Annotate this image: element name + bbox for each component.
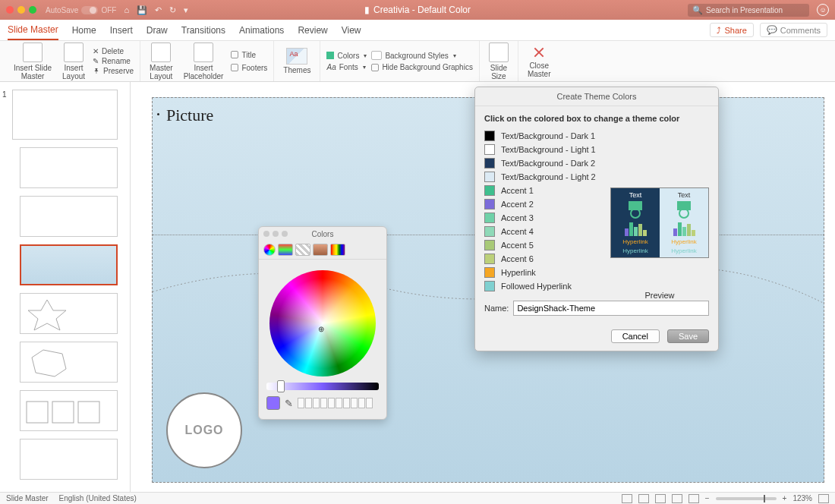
zoom-out-icon[interactable]: − xyxy=(705,494,710,502)
tab-animations[interactable]: Animations xyxy=(239,25,284,36)
master-layout-button[interactable]: Master Layout xyxy=(147,41,176,82)
layout-thumbnail[interactable] xyxy=(20,147,118,188)
sliders-tab-icon[interactable] xyxy=(278,244,293,256)
color-swatch[interactable] xyxy=(484,144,495,155)
logo-placeholder[interactable]: LOGO xyxy=(166,392,242,468)
color-swatch[interactable] xyxy=(484,213,495,223)
search-presentation[interactable]: 🔍 xyxy=(688,4,809,17)
layout-thumbnail[interactable] xyxy=(20,342,118,383)
qat-more-icon[interactable]: ▾ xyxy=(184,5,188,15)
colors-dropdown[interactable]: Colors xyxy=(326,52,367,60)
cp-close-icon[interactable] xyxy=(263,231,269,237)
color-swatch[interactable] xyxy=(484,158,495,169)
insert-placeholder-button[interactable]: Insert Placeholder xyxy=(181,41,227,82)
save-icon[interactable]: 💾 xyxy=(137,5,147,15)
themes-button[interactable]: Themes xyxy=(280,46,314,76)
palette-tab-icon[interactable] xyxy=(295,244,310,256)
zoom-level[interactable]: 123% xyxy=(792,494,812,502)
fonts-dropdown[interactable]: AaFonts xyxy=(326,63,367,71)
color-swatch[interactable] xyxy=(484,185,495,196)
footers-checkbox[interactable]: Footers xyxy=(231,64,267,72)
color-swatch[interactable] xyxy=(484,240,495,250)
delete-button[interactable]: ✕Delete xyxy=(93,47,134,55)
autosave-toggle[interactable]: AutoSave OFF xyxy=(46,6,116,14)
comment-icon: 💬 xyxy=(767,25,777,35)
color-swatch[interactable] xyxy=(484,267,495,278)
normal-view-icon[interactable] xyxy=(638,494,649,503)
tab-draw[interactable]: Draw xyxy=(147,25,168,36)
tab-home[interactable]: Home xyxy=(72,25,96,36)
master-layout-icon xyxy=(151,43,171,62)
notes-icon[interactable] xyxy=(622,494,632,503)
search-input[interactable] xyxy=(706,6,805,14)
zoom-in-icon[interactable]: + xyxy=(783,494,787,502)
color-swatch[interactable] xyxy=(484,172,495,182)
fit-window-icon[interactable] xyxy=(818,494,829,503)
close-window-icon[interactable] xyxy=(6,6,14,14)
image-tab-icon[interactable] xyxy=(313,244,328,256)
status-language[interactable]: English (United States) xyxy=(59,494,137,502)
preview-hyperlink: Hyperlink xyxy=(671,238,696,245)
layout-thumbnail[interactable] xyxy=(20,293,118,334)
theme-color-row[interactable]: Text/Background - Dark 1 xyxy=(484,131,709,141)
color-swatch[interactable] xyxy=(484,254,495,264)
redo-icon[interactable]: ↻ xyxy=(169,5,176,15)
tab-slide-master[interactable]: Slide Master xyxy=(8,24,58,40)
color-swatch[interactable] xyxy=(484,199,495,209)
insert-layout-button[interactable]: Insert Layout xyxy=(59,41,88,82)
theme-color-row[interactable]: Text/Background - Dark 2 xyxy=(484,158,709,169)
wheel-tab-icon[interactable] xyxy=(263,244,276,256)
layout-thumbnail[interactable] xyxy=(20,390,118,431)
preserve-button[interactable]: 🖈Preserve xyxy=(93,67,134,75)
layout-thumbnail-selected[interactable] xyxy=(20,244,118,285)
theme-color-row[interactable]: Followed Hyperlink xyxy=(484,281,709,291)
save-button[interactable]: Save xyxy=(667,329,709,343)
color-wheel[interactable] xyxy=(269,270,376,376)
tab-transitions[interactable]: Transitions xyxy=(181,25,225,36)
zoom-slider[interactable] xyxy=(716,497,777,500)
theme-color-row[interactable]: Hyperlink xyxy=(484,267,709,278)
user-account-icon[interactable]: ☺ xyxy=(817,4,829,16)
color-swatch[interactable] xyxy=(484,226,495,237)
tab-insert[interactable]: Insert xyxy=(110,25,133,36)
tab-view[interactable]: View xyxy=(342,25,361,36)
tab-review[interactable]: Review xyxy=(298,25,327,36)
theme-color-row[interactable]: Text/Background - Light 1 xyxy=(484,144,709,155)
color-label: Accent 5 xyxy=(501,241,534,250)
hide-background-checkbox[interactable]: Hide Background Graphics xyxy=(371,63,473,71)
share-button[interactable]: ⤴Share xyxy=(710,23,753,37)
slide-thumbnail-panel[interactable]: 1 xyxy=(0,82,131,492)
master-thumbnail[interactable]: 1 xyxy=(12,90,118,140)
color-history[interactable] xyxy=(298,398,373,408)
undo-icon[interactable]: ↶ xyxy=(155,5,162,15)
layout-thumbnail[interactable] xyxy=(20,196,118,237)
maximize-window-icon[interactable] xyxy=(29,6,36,14)
current-color-swatch[interactable] xyxy=(266,396,280,410)
cp-min-icon[interactable] xyxy=(273,231,279,237)
brightness-slider[interactable] xyxy=(266,383,379,390)
slide-title-placeholder[interactable]: Picture xyxy=(166,106,213,125)
cancel-button[interactable]: Cancel xyxy=(611,329,660,343)
layout-thumbnail[interactable] xyxy=(20,439,118,480)
title-checkbox[interactable]: Title xyxy=(231,51,267,59)
color-swatch[interactable] xyxy=(484,281,495,291)
theme-color-row[interactable]: Text/Background - Light 2 xyxy=(484,172,709,182)
close-master-button[interactable]: Close Master xyxy=(525,43,554,80)
insert-slide-master-button[interactable]: Insert Slide Master xyxy=(11,41,55,82)
home-icon[interactable]: ⌂ xyxy=(124,5,129,15)
comments-button[interactable]: 💬Comments xyxy=(760,23,827,37)
slide-size-button[interactable]: Slide Size xyxy=(486,41,512,82)
background-styles-dropdown[interactable]: Background Styles xyxy=(371,51,473,60)
svg-rect-3 xyxy=(78,402,99,423)
theme-name-input[interactable] xyxy=(513,301,709,316)
eyedropper-icon[interactable]: ✎ xyxy=(285,398,293,409)
slide-size-icon xyxy=(489,43,509,62)
pencils-tab-icon[interactable] xyxy=(330,244,345,256)
minimize-window-icon[interactable] xyxy=(17,6,25,14)
reading-view-icon[interactable] xyxy=(672,494,682,503)
sorter-view-icon[interactable] xyxy=(655,494,666,503)
cp-max-icon[interactable] xyxy=(282,231,288,237)
color-swatch[interactable] xyxy=(484,131,495,141)
slideshow-view-icon[interactable] xyxy=(688,494,699,503)
rename-button[interactable]: ✎Rename xyxy=(93,57,134,65)
